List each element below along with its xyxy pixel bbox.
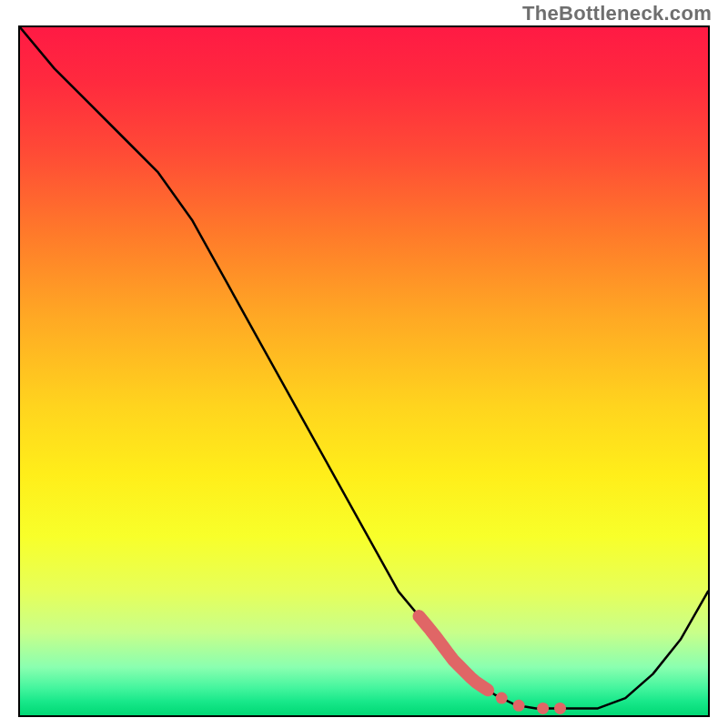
chart-svg [20,27,708,715]
watermark-label: TheBottleneck.com [522,2,712,25]
highlight-dot [496,693,508,704]
bottleneck-curve-path [20,27,708,708]
highlight-thick-path [420,616,489,690]
chart-container: TheBottleneck.com [0,0,728,728]
highlight-dot [554,703,566,714]
plot-area [18,25,710,717]
highlight-dot [537,703,549,714]
highlight-dot [513,700,525,712]
highlight-dots [496,693,566,714]
